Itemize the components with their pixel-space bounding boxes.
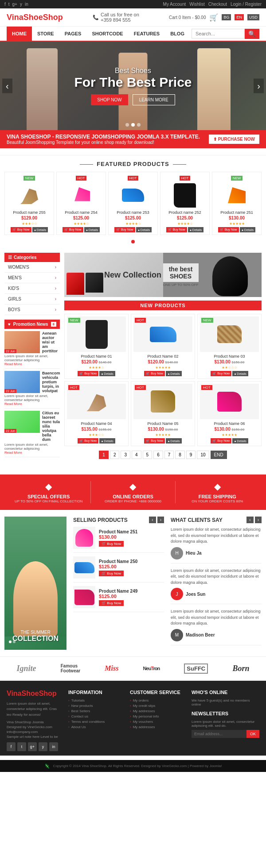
selling-buy-btn-2[interactable]: 🛒 Buy Now	[99, 571, 124, 576]
page-10-btn[interactable]: 10	[197, 451, 209, 459]
nav-shortcode[interactable]: SHORTCODE	[86, 27, 128, 41]
brand-miss[interactable]: Miss	[105, 664, 118, 672]
selling-prev-btn[interactable]: ‹	[149, 517, 156, 523]
featured-dot-1[interactable]	[131, 240, 135, 243]
nav-blog[interactable]: BLOG	[165, 27, 190, 41]
sidebar-item-mens[interactable]: MEN'S ›	[4, 273, 60, 283]
footer-link-personal-info[interactable]: My personal info	[130, 714, 185, 718]
summer-dot-2[interactable]	[13, 640, 16, 643]
checkout-link[interactable]: Checkout	[208, 2, 227, 7]
footer-link-addresses[interactable]: My addresses	[130, 709, 185, 713]
my-account-link[interactable]: My Account	[163, 2, 186, 7]
page-5-btn[interactable]: 5	[143, 451, 153, 459]
buy-now-btn[interactable]: 🛒 Buy Now	[11, 227, 31, 232]
nav-store[interactable]: STORE	[32, 27, 59, 41]
social-y[interactable]: y	[20, 2, 22, 7]
newsletter-input[interactable]	[192, 730, 246, 738]
read-more-3[interactable]: Read More	[4, 451, 60, 455]
brand-born[interactable]: Born	[232, 664, 249, 673]
nav-features[interactable]: FEATURES	[129, 27, 165, 41]
social-g[interactable]: g+	[12, 2, 17, 7]
footer-link-best-sellers[interactable]: Best Sellers	[68, 709, 123, 713]
lang-bg-btn[interactable]: BG	[222, 14, 231, 20]
purchase-now-btn[interactable]: ⬆ PURCHASE NOW	[209, 135, 259, 144]
details-btn[interactable]: ● Details	[240, 227, 256, 232]
footer-link-credit-slips[interactable]: My credit slips	[130, 704, 185, 708]
footer-link-new-products[interactable]: New products	[68, 704, 123, 708]
social-gp-icon[interactable]: g+	[28, 742, 37, 751]
buy-now-btn[interactable]: 🛒 Buy Now	[218, 227, 239, 232]
summer-dot-1[interactable]	[9, 640, 12, 643]
page-2-btn[interactable]: 2	[110, 451, 120, 459]
details-btn[interactable]: ● Details	[232, 371, 248, 376]
page-9-btn[interactable]: 9	[186, 451, 196, 459]
selling-next-btn[interactable]: ›	[157, 517, 164, 523]
social-tw-icon[interactable]: t	[17, 742, 26, 751]
social-in[interactable]: in	[25, 2, 28, 7]
footer-link-orders[interactable]: My orders	[130, 698, 185, 702]
buy-now-btn[interactable]: 🛒 Buy Now	[63, 227, 83, 232]
cart-info[interactable]: Cart 0 Item - $0.00	[169, 15, 206, 20]
details-btn[interactable]: ● Details	[166, 438, 182, 444]
read-more-1[interactable]: Read More	[4, 362, 60, 366]
brand-neutron[interactable]: NeuTron	[143, 666, 160, 671]
search-btn[interactable]: 🔍	[245, 29, 259, 39]
lang-en-btn[interactable]: EN	[235, 14, 244, 20]
footer-link-terms[interactable]: Terms and conditions	[68, 720, 123, 724]
hero-dot-2[interactable]	[131, 123, 135, 127]
page-6-btn[interactable]: 6	[153, 451, 163, 459]
hero-dot-1[interactable]	[125, 123, 129, 127]
footer-link-about[interactable]: About Us	[68, 725, 123, 729]
details-btn[interactable]: ● Details	[166, 371, 182, 376]
logo[interactable]: VinaShoeShop	[7, 13, 63, 22]
selling-buy-btn-3[interactable]: 🛒 Buy Now	[99, 600, 124, 606]
sidebar-item-kids[interactable]: KID'S ›	[4, 283, 60, 294]
social-t[interactable]: t	[8, 2, 10, 7]
nav-home[interactable]: HOME	[7, 27, 32, 41]
details-btn[interactable]: ● Details	[232, 438, 248, 444]
buy-now-btn[interactable]: 🛒 Buy Now	[78, 438, 98, 444]
buy-now-btn[interactable]: 🛒 Buy Now	[211, 371, 231, 376]
hero-arrow-right[interactable]: ›	[254, 79, 264, 93]
currency-btn[interactable]: USD	[247, 14, 259, 20]
testimonials-next-btn[interactable]: ›	[255, 517, 262, 523]
buy-now-btn[interactable]: 🛒 Buy Now	[211, 438, 231, 444]
newsletter-submit-btn[interactable]: OK	[246, 730, 259, 738]
brand-ignite[interactable]: Ignite	[17, 664, 36, 673]
nav-pages[interactable]: PAGES	[59, 27, 87, 41]
footer-link-tutorials[interactable]: Tutorials	[68, 698, 123, 702]
footer-link-vouchers[interactable]: My vouchers	[130, 720, 185, 724]
footer-link-addresses-2[interactable]: My addresses	[130, 725, 185, 729]
details-btn[interactable]: ● Details	[99, 438, 115, 444]
buy-now-btn[interactable]: 🛒 Buy Now	[78, 371, 98, 376]
details-btn[interactable]: ● Details	[84, 227, 100, 232]
page-7-btn[interactable]: 7	[164, 451, 174, 459]
details-btn[interactable]: ● Details	[136, 227, 152, 232]
page-4-btn[interactable]: 4	[132, 451, 141, 459]
sidebar-item-womens[interactable]: WOMEN'S ›	[4, 262, 60, 273]
brand-suffc[interactable]: SuFFC	[184, 664, 208, 674]
wishlist-link[interactable]: Wishlist	[189, 2, 204, 7]
sidebar-item-boys[interactable]: BOYS ›	[4, 305, 60, 315]
buy-now-btn[interactable]: 🛒 Buy Now	[114, 227, 135, 232]
read-more-2[interactable]: Read More	[4, 402, 60, 406]
buy-now-btn[interactable]: 🛒 Buy Now	[144, 371, 165, 376]
sidebar-item-girls[interactable]: GIRLS ›	[4, 294, 60, 305]
buy-now-btn[interactable]: 🛒 Buy Now	[144, 438, 165, 444]
details-btn[interactable]: ● Details	[99, 371, 115, 376]
footer-link-contact[interactable]: Contact us	[68, 714, 123, 718]
phone-number[interactable]: +359 894 555	[101, 17, 139, 23]
page-3-btn[interactable]: 3	[121, 451, 130, 459]
buy-now-btn[interactable]: 🛒 Buy Now	[166, 227, 187, 232]
shop-now-btn[interactable]: SHOP NOW	[91, 94, 128, 105]
social-fb-icon[interactable]: f	[7, 742, 16, 751]
social-li-icon[interactable]: in	[49, 742, 58, 751]
social-f[interactable]: f	[4, 2, 6, 7]
social-yt-icon[interactable]: y	[39, 742, 47, 751]
learn-more-btn[interactable]: LEARN MORE	[133, 94, 175, 105]
selling-buy-btn-1[interactable]: 🛒 Buy Now	[99, 541, 124, 547]
details-btn[interactable]: ● Details	[188, 227, 204, 232]
hero-arrow-left[interactable]: ‹	[2, 79, 12, 93]
page-next-btn[interactable]: END	[211, 451, 227, 459]
search-input[interactable]	[192, 29, 245, 39]
